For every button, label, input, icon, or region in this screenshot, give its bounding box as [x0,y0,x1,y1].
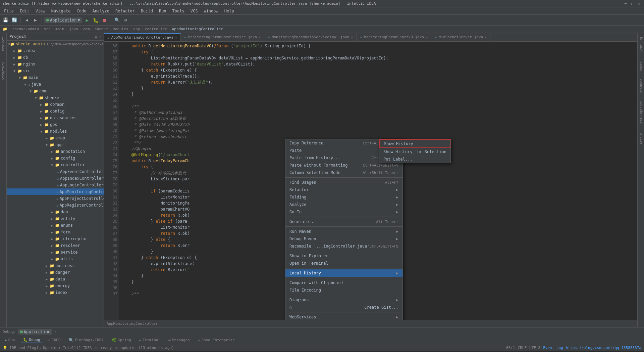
menu-refactor[interactable]: Refactor [113,8,138,14]
tab-messages[interactable]: ✉ Messages [166,337,192,343]
gradle-tab[interactable]: Gradle [639,131,643,146]
tree-enums[interactable]: ▶ 📁 enums [7,222,104,229]
run-config[interactable]: Application ▼ [44,17,82,23]
bread-src2[interactable]: src [44,27,51,31]
tree-annotation[interactable]: ▶ 📁 annotation [7,148,104,155]
tree-form[interactable]: ▶ 📁 form [7,229,104,235]
close-button[interactable]: ✕ [637,1,641,6]
tree-danger[interactable]: ▶ 📁 danger [7,269,104,276]
stop-button[interactable]: ⏹ [101,16,108,24]
debug-config-close[interactable]: ✕ [54,329,57,334]
submenu-put-label[interactable]: Put Label... [379,156,450,163]
ctx-run-maven[interactable]: Run Maven ▶ [285,228,402,235]
ctx-webservices[interactable]: WebServices ▶ [285,313,402,320]
tab-findbugs[interactable]: 🔍 FindBugs-IDEA [67,337,106,343]
menu-code[interactable]: Code [74,8,89,14]
tree-idea[interactable]: ▶ 📁 .idea [7,47,104,54]
tab-java-enterprise[interactable]: ☕ Java Enterprise [196,337,237,343]
tree-controller[interactable]: ▼ 📁 controller [7,162,104,168]
ctx-goto[interactable]: Go To ▶ [285,208,402,216]
minimize-button[interactable]: ─ [623,1,628,6]
menu-run[interactable]: Run [156,8,169,14]
ctx-local-history[interactable]: Local History ▶ [285,269,402,277]
bread-root[interactable]: 📁 [3,27,7,31]
tree-app[interactable]: ▼ 📁 app [7,141,104,148]
event-log-label[interactable]: Event Log [543,346,563,350]
tab-todo[interactable]: ✓ TODO [46,337,63,343]
tab-app-monitoring[interactable]: ☕ AppMonitoringController.java ✕ [104,33,181,41]
bread-file[interactable]: AppMonitoringController [172,27,223,31]
tree-app-event[interactable]: ☕ AppEventController [7,168,104,175]
ctx-diagrams[interactable]: Diagrams ▶ [285,296,402,304]
tree-resolver[interactable]: ▶ 📁 resolver [7,242,104,249]
database-right-tab[interactable]: Database [639,77,643,95]
bread-app[interactable]: app [133,27,140,31]
tree-root[interactable]: ▼ 📁 shenke-admin F:\idea-workspace\new-e… [7,41,104,47]
bread-src[interactable]: shenke-admin [12,27,39,31]
run-button[interactable]: ▶ [84,16,91,24]
ctx-compare-clipboard[interactable]: Compare with Clipboard [285,279,402,287]
ctx-create-gist[interactable]: ○ Create Gist... [285,304,402,311]
tree-app-register[interactable]: ☕ AppRegisterController [7,202,104,209]
bread-modules[interactable]: modules [113,27,128,31]
debug-config[interactable]: Application [18,329,52,335]
ctx-recompile[interactable]: Recompile '...ingController.java' Ctrl+S… [285,243,402,250]
tab-monitoring-service[interactable]: ☕ MonitoringParamDataService.java ✕ [181,33,264,41]
tab-close-service[interactable]: ✕ [259,35,261,39]
bread-main[interactable]: main [55,27,64,31]
tree-java[interactable]: ▼ ☕ java [7,81,104,88]
tab-close-monitoring[interactable]: ✕ [175,36,177,39]
tree-app-login[interactable]: ☕ AppLoginController [7,182,104,188]
ctx-refactor[interactable]: Refactor ▶ [285,186,402,193]
structure-tab-left[interactable]: Structure [1,60,6,82]
code-editor[interactable]: 56 57 58 59 60 61 62 63 64 65 66 67 68 6… [104,42,637,320]
tree-shenke[interactable]: ▼ 📁 shenke [7,94,104,101]
bread-controller[interactable]: controller [145,27,167,31]
maven-tab[interactable]: Maven [639,59,643,73]
tree-modules[interactable]: ▼ 📁 modules [7,128,104,135]
search-button[interactable]: 🔍 [113,16,121,24]
submenu-show-history-selection[interactable]: Show History for Selection [379,148,450,156]
maximize-button[interactable]: □ [630,1,635,6]
menu-build[interactable]: Build [138,8,156,14]
tree-service[interactable]: ▶ 📁 service [7,249,104,256]
project-tab[interactable]: Project [1,35,6,53]
ctx-show-explorer[interactable]: Show in Explorer [285,252,402,260]
tab-run[interactable]: ▶ Run [3,337,17,343]
tree-utils[interactable]: ▶ 📁 utils [7,256,104,262]
debug-button[interactable]: 🐛 [92,16,100,24]
tree-interceptor[interactable]: ▶ 📁 interceptor [7,235,104,242]
tree-data[interactable]: ▶ 📁 data [7,276,104,282]
ctx-file-encoding[interactable]: File Encoding [285,287,402,294]
tree-app-config[interactable]: ▶ 📁 config [7,155,104,162]
save-button[interactable]: 💾 [2,16,9,24]
tree-main[interactable]: ▼ 📁 main [7,74,104,81]
ctx-generate[interactable]: Generate... Alt+Insert [285,218,402,225]
tab-spring[interactable]: 🌿 Spring [110,337,133,343]
ctx-debug-maven[interactable]: Debug Maven ▶ [285,235,402,243]
tree-db[interactable]: ▶ 📁 db [7,54,104,61]
tab-close-impl[interactable]: ✕ [351,35,353,39]
team-tab[interactable]: Team Explorer [639,99,643,127]
tab-close-chart[interactable]: ✕ [426,35,428,39]
submenu-show-history[interactable]: Show History [379,139,450,148]
project-close-icon[interactable]: − [99,34,101,39]
menu-analyze[interactable]: Analyze [90,8,112,14]
menu-navigate[interactable]: Navigate [49,8,73,14]
ctx-analyze[interactable]: Analyze ▶ [285,201,402,208]
tab-nio-socket[interactable]: ☕ NioSocketServer.java ✕ [431,33,490,41]
menu-tools[interactable]: Tools [170,8,187,14]
tree-com[interactable]: ▼ 📁 com [7,88,104,94]
tree-app-project[interactable]: ☕ AppProjectController [7,195,104,202]
menu-file[interactable]: File [1,8,16,14]
tree-dao[interactable]: ▶ 📁 dao [7,209,104,215]
tree-app-monitoring[interactable]: ☕ AppMonitoringController [7,188,104,195]
tree-app-index[interactable]: ☕ AppIndexController [7,175,104,182]
ctx-folding[interactable]: Folding ▶ [285,193,402,201]
tree-index[interactable]: ▶ 📁 index [7,289,104,296]
forward-button[interactable]: ▶ [32,16,39,24]
sync-button[interactable]: 🔄 [11,16,18,24]
tab-debug[interactable]: 🐛 Debug [21,337,42,343]
tree-amap[interactable]: ▶ 📁 amap [7,135,104,141]
tree-datasources[interactable]: ▶ 📁 datasources [7,115,104,121]
